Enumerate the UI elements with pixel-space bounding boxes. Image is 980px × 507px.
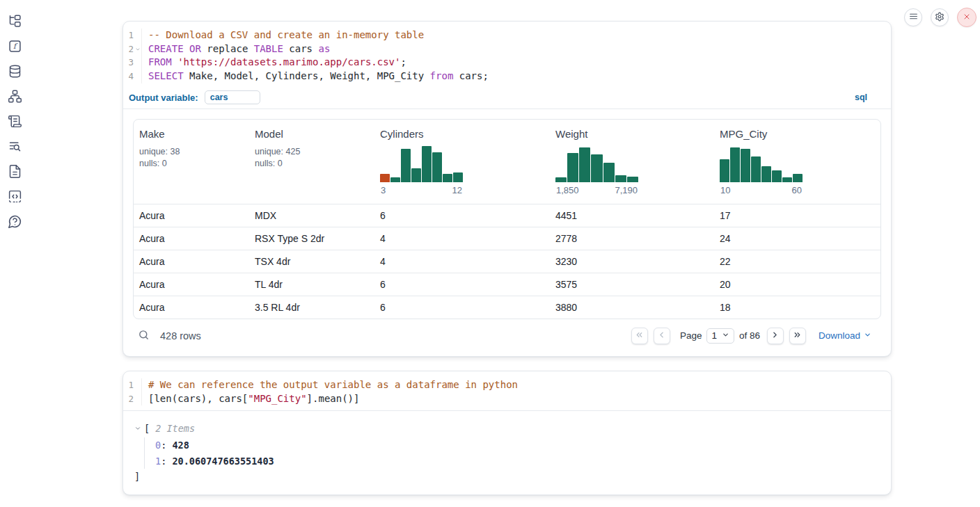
histogram-bar: [453, 172, 463, 182]
function-variables-icon: f: [8, 39, 22, 56]
first-page-button[interactable]: [631, 328, 648, 344]
histogram-bar: [615, 175, 626, 182]
histogram-cylinders: 312: [380, 145, 463, 195]
list-item: 0: 428: [155, 437, 880, 453]
previous-page-button[interactable]: [654, 328, 670, 344]
table-body: AcuraMDX6445117AcuraRSX Type S 2dr427782…: [134, 204, 880, 319]
table-search-button[interactable]: [138, 329, 150, 343]
table-row[interactable]: Acura3.5 RL 4dr6388018: [134, 296, 880, 319]
notebook-actions: [904, 8, 977, 27]
table-cell: 3575: [550, 279, 714, 290]
histogram-bar: [422, 146, 432, 182]
table-cell: 17: [714, 210, 880, 221]
shutdown-button[interactable]: [957, 8, 977, 27]
sidebar-item-snippets[interactable]: [6, 190, 23, 205]
tree-entry-value: 20.060747663551403: [172, 456, 274, 467]
column-stat: nulls: 0: [255, 158, 369, 170]
python-result-output: [ 2 Items 0: 4281: 20.060747663551403 ]: [123, 410, 891, 490]
table-cell: Acura: [134, 302, 249, 313]
table-row[interactable]: AcuraRSX Type S 2dr4277824: [134, 227, 880, 250]
histogram-bars: [555, 145, 638, 182]
table-row[interactable]: AcuraMDX6445117: [134, 204, 880, 227]
sidebar-item-outline[interactable]: [6, 115, 23, 130]
table-row[interactable]: AcuraTL 4dr6357520: [134, 273, 880, 296]
histogram-bars: [720, 145, 803, 182]
histogram-bar: [627, 177, 638, 182]
table-cell: 4: [374, 256, 550, 267]
tree-entry-key: 1: [155, 456, 161, 467]
search-logs-icon: [8, 139, 22, 156]
output-variable-input[interactable]: [205, 90, 260, 104]
histogram-bar: [782, 177, 792, 182]
help-chat-icon: [8, 214, 22, 231]
last-page-button[interactable]: [789, 328, 806, 344]
chevron-down-icon: [722, 330, 729, 341]
gear-icon: [935, 12, 945, 24]
line-number: 2: [123, 42, 141, 56]
code-line: 2[len(cars), cars["MPG_City"].mean()]: [123, 392, 891, 406]
fold-chevron-icon[interactable]: [134, 45, 141, 54]
histogram-bar: [793, 174, 803, 182]
histogram-bar: [720, 159, 729, 182]
fold-slot: [134, 58, 141, 67]
table-cell: 6: [374, 279, 550, 290]
fold-slot: [134, 395, 141, 403]
column-header-make[interactable]: Makeunique: 38nulls: 0: [134, 120, 249, 204]
column-header-cylinders[interactable]: Cylinders312: [374, 120, 550, 204]
next-page-button[interactable]: [767, 328, 784, 344]
axis-max-label: 12: [452, 185, 462, 195]
line-number: 4: [123, 70, 141, 83]
table-cell: 6: [374, 210, 550, 221]
sidebar-item-documentation[interactable]: [6, 165, 23, 180]
sidebar-panel-switcher: f: [6, 15, 23, 230]
table-cell: 24: [714, 233, 880, 244]
menu-button[interactable]: [904, 8, 922, 26]
chevron-down-icon: [134, 424, 141, 434]
column-header-weight[interactable]: Weight1,8507,190: [550, 120, 714, 204]
axis-max-label: 60: [792, 185, 802, 195]
column-stat: unique: 38: [139, 146, 244, 158]
table-cell: 18: [714, 302, 880, 313]
fold-slot: [134, 72, 141, 81]
page-select-value: 1: [711, 330, 717, 341]
histogram-axis: 312: [380, 185, 463, 195]
python-code-editor[interactable]: 1# We can reference the output variable …: [123, 371, 891, 410]
histogram-bar: [411, 168, 421, 182]
sidebar-item-file-explorer[interactable]: [6, 15, 23, 30]
histogram-bar: [730, 147, 740, 182]
histogram-bar: [567, 153, 578, 182]
sidebar-item-logs[interactable]: [6, 140, 23, 155]
settings-button[interactable]: [931, 8, 949, 26]
close-icon: [963, 13, 971, 23]
table-cell: TSX 4dr: [249, 256, 374, 267]
items-count: 2 Items: [155, 423, 195, 434]
list-item: 1: 20.060747663551403: [155, 453, 880, 469]
code-line: 3FROM 'https://datasets.marimo.app/cars.…: [123, 56, 891, 70]
table-cell: 4: [374, 233, 550, 244]
collapse-toggle-button[interactable]: [134, 424, 141, 434]
file-tree-icon: [8, 14, 22, 31]
output-variable-row: Output variable: sql: [123, 88, 891, 109]
code-line: 4SELECT Make, Model, Cylinders, Weight, …: [123, 70, 891, 83]
column-label: Weight: [555, 128, 709, 140]
sidebar-item-dependencies[interactable]: [6, 90, 23, 105]
column-stat: nulls: 0: [139, 158, 244, 170]
column-label: Model: [255, 128, 369, 140]
data-table: Makeunique: 38nulls: 0Modelunique: 425nu…: [133, 119, 881, 319]
download-button[interactable]: Download: [819, 330, 871, 341]
page-select[interactable]: 1: [706, 328, 734, 344]
line-number: 3: [123, 56, 141, 70]
code-line: 2CREATE OR replace TABLE cars as: [123, 42, 891, 56]
table-row[interactable]: AcuraTSX 4dr4323022: [134, 250, 880, 273]
sidebar-item-variables[interactable]: f: [6, 40, 23, 55]
sidebar-item-help[interactable]: [6, 215, 23, 230]
table-cell: 4451: [550, 210, 714, 221]
sql-code-editor[interactable]: 1-- Download a CSV and create an in-memo…: [123, 22, 891, 88]
download-label: Download: [819, 330, 860, 341]
column-header-model[interactable]: Modelunique: 425nulls: 0: [249, 120, 374, 204]
sidebar-item-datasources[interactable]: [6, 65, 23, 80]
table-cell: Acura: [134, 256, 249, 267]
line-number: 2: [123, 392, 141, 406]
column-header-mpg_city[interactable]: MPG_City1060: [714, 120, 880, 204]
histogram-bar: [390, 177, 400, 182]
